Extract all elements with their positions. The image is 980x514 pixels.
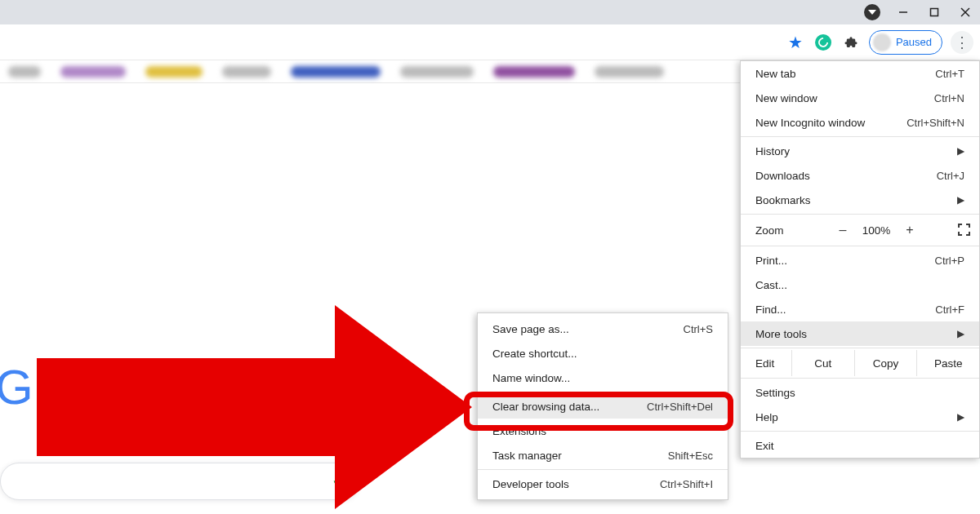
menu-settings[interactable]: Settings	[741, 380, 979, 405]
menu-bookmarks[interactable]: Bookmarks ▶	[741, 188, 979, 212]
menu-exit[interactable]: Exit	[741, 433, 979, 458]
menu-developer-tools[interactable]: Developer tools Ctrl+Shift+I	[478, 472, 728, 496]
profile-avatar	[873, 33, 891, 51]
bookmark-item[interactable]	[400, 66, 474, 78]
menu-separator	[741, 136, 979, 137]
account-dropdown-icon[interactable]	[864, 4, 880, 20]
menu-cast[interactable]: Cast...	[741, 273, 979, 297]
menu-downloads[interactable]: Downloads Ctrl+J	[741, 163, 979, 188]
menu-edit-row: Edit Cut Copy Paste	[741, 350, 979, 376]
bookmark-item[interactable]	[8, 66, 41, 78]
submenu-arrow-icon: ▶	[957, 145, 964, 157]
menu-name-window[interactable]: Name window...	[478, 366, 728, 390]
edit-copy-button[interactable]: Copy	[854, 350, 917, 376]
menu-history[interactable]: History ▶	[741, 139, 979, 163]
menu-separator	[741, 246, 979, 246]
submenu-arrow-icon: ▶	[957, 328, 964, 339]
window-minimize-button[interactable]	[895, 4, 911, 20]
menu-find[interactable]: Find... Ctrl+F	[741, 297, 979, 321]
fullscreen-icon[interactable]	[958, 224, 971, 237]
menu-print[interactable]: Print... Ctrl+P	[741, 248, 979, 273]
extensions-puzzle-icon[interactable]	[841, 33, 861, 52]
bookmark-item[interactable]	[595, 66, 664, 78]
menu-new-incognito[interactable]: New Incognito window Ctrl+Shift+N	[741, 110, 979, 135]
chrome-menu-button[interactable]: ⋮	[951, 31, 973, 54]
menu-create-shortcut[interactable]: Create shortcut...	[478, 341, 728, 366]
window-close-button[interactable]	[957, 4, 973, 20]
zoom-in-button[interactable]: +	[899, 223, 920, 237]
menu-separator	[741, 378, 979, 379]
browser-toolbar: ★ Paused ⋮	[0, 24, 980, 60]
bookmark-item[interactable]	[493, 66, 575, 78]
menu-more-tools[interactable]: More tools ▶	[741, 321, 979, 346]
submenu-arrow-icon: ▶	[957, 411, 964, 423]
bookmark-item[interactable]	[222, 66, 271, 78]
window-titlebar	[0, 0, 980, 24]
edit-paste-button[interactable]: Paste	[916, 350, 979, 376]
menu-separator	[741, 348, 979, 348]
svg-rect-2	[931, 9, 938, 16]
microphone-icon[interactable]	[331, 472, 345, 490]
google-logo: G	[0, 359, 33, 415]
edit-cut-button[interactable]: Cut	[791, 350, 854, 376]
google-search-box[interactable]	[0, 463, 359, 500]
submenu-arrow-icon: ▶	[957, 194, 964, 206]
bookmark-item[interactable]	[291, 66, 381, 78]
menu-new-window[interactable]: New window Ctrl+N	[741, 86, 979, 110]
window-maximize-button[interactable]	[926, 4, 942, 20]
menu-separator	[741, 431, 979, 432]
zoom-out-button[interactable]: –	[832, 223, 853, 237]
menu-zoom-row: Zoom – 100% +	[741, 216, 979, 244]
bookmark-item[interactable]	[145, 66, 203, 78]
menu-task-manager[interactable]: Task manager Shift+Esc	[478, 443, 728, 467]
profile-chip[interactable]: Paused	[869, 30, 942, 55]
menu-save-page[interactable]: Save page as... Ctrl+S	[478, 317, 728, 341]
menu-separator	[478, 469, 728, 470]
zoom-level: 100%	[858, 224, 894, 237]
menu-separator	[741, 214, 979, 215]
grammarly-extension-icon[interactable]	[813, 33, 833, 52]
svg-marker-0	[868, 10, 876, 15]
menu-help[interactable]: Help ▶	[741, 405, 979, 429]
menu-new-tab[interactable]: New tab Ctrl+T	[741, 61, 979, 86]
bookmark-item[interactable]	[60, 66, 126, 78]
bookmark-star-icon[interactable]: ★	[786, 33, 805, 52]
chrome-main-menu: New tab Ctrl+T New window Ctrl+N New Inc…	[740, 60, 980, 459]
annotation-highlight	[464, 392, 733, 431]
profile-status-label: Paused	[896, 36, 932, 48]
